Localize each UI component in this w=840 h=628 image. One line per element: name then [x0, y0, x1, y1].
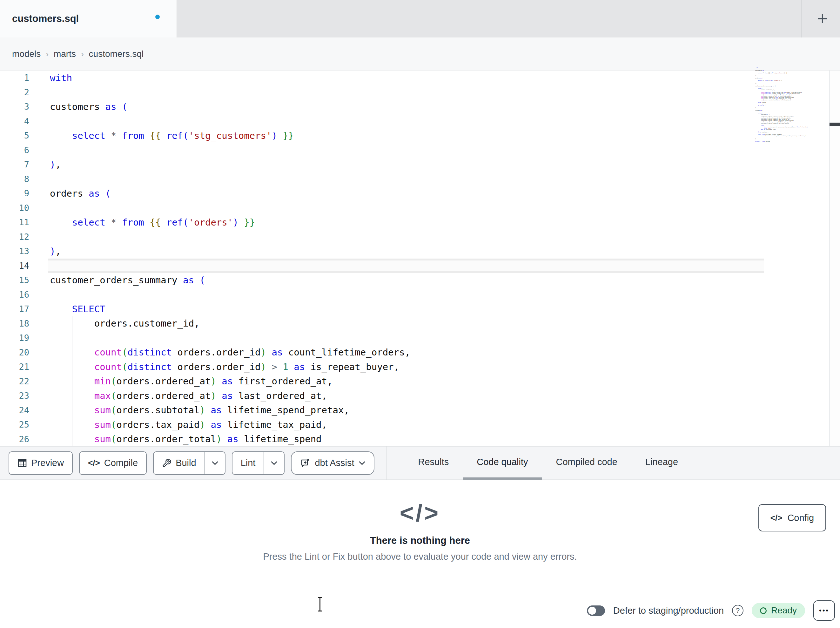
code-line-25[interactable]: 25 sum(orders.tax_paid) as lifetime_tax_…	[0, 418, 840, 432]
action-toolbar: Preview </> Compile Build	[0, 446, 840, 480]
compile-button[interactable]: </> Compile	[79, 451, 147, 475]
chevron-down-icon	[212, 461, 218, 465]
dbt-ide-window: customers.sql + models › marts › custome…	[0, 0, 840, 628]
config-button-label: Config	[787, 513, 814, 523]
lint-button[interactable]: Lint	[232, 452, 264, 474]
code-line-text: count(distinct orders.order_id) as count…	[29, 347, 410, 358]
panel-tab-code-quality[interactable]: Code quality	[463, 446, 542, 480]
code-line-22[interactable]: 22 min(orders.ordered_at) as first_order…	[0, 374, 840, 389]
code-line-text: customers as (	[29, 101, 127, 112]
code-line-11[interactable]: 11 select * from {{ ref('orders') }}	[0, 215, 840, 230]
breadcrumb-marts[interactable]: marts	[54, 49, 76, 59]
lint-button-label: Lint	[241, 458, 256, 468]
dbt-assist-button[interactable]: dbt Assist	[291, 451, 374, 475]
code-line-6[interactable]: 6	[0, 143, 840, 158]
indent-guide	[72, 331, 73, 345]
status-badge-label: Ready	[771, 606, 797, 615]
code-line-text: orders.customer_id,	[29, 318, 199, 329]
help-question-icon[interactable]: ?	[732, 605, 744, 616]
line-number: 11	[0, 217, 29, 227]
lint-split-button: Lint	[232, 451, 285, 475]
code-line-3[interactable]: 3customers as (	[0, 100, 840, 114]
config-button[interactable]: </> Config	[758, 504, 826, 532]
build-dropdown-button[interactable]	[205, 452, 225, 474]
code-line-20[interactable]: 20 count(distinct orders.order_id) as co…	[0, 345, 840, 360]
code-line-5[interactable]: 5 select * from {{ ref('stg_customers') …	[0, 128, 840, 143]
code-line-23[interactable]: 23 max(orders.ordered_at) as last_ordere…	[0, 389, 840, 403]
code-line-17[interactable]: 17 SELECT	[0, 302, 840, 316]
indent-guide	[50, 114, 50, 129]
line-number: 14	[0, 261, 29, 270]
code-line-19[interactable]: 19	[0, 331, 840, 345]
line-number: 18	[0, 319, 29, 329]
preview-button[interactable]: Preview	[9, 451, 73, 475]
line-number: 7	[0, 160, 29, 169]
file-tab-customers-sql[interactable]: customers.sql	[0, 0, 177, 38]
code-line-9[interactable]: 9orders as (	[0, 186, 840, 201]
code-line-26[interactable]: 26 sum(orders.order_total) as lifetime_s…	[0, 432, 840, 447]
dbt-assist-label: dbt Assist	[315, 458, 354, 468]
code-minimap[interactable]: with customers as ( select * from {{ ref…	[755, 67, 827, 150]
line-number: 6	[0, 145, 29, 155]
breadcrumb-row: models › marts › customers.sql Save	[0, 38, 840, 71]
panel-tab-results[interactable]: Results	[404, 446, 463, 480]
chat-sparkle-icon	[300, 458, 311, 468]
editor-tab-strip: customers.sql +	[0, 0, 840, 38]
code-quality-panel: </> There is nothing here Press the Lint…	[0, 480, 840, 595]
code-editor[interactable]: 1with23customers as (45 select * from {{…	[0, 71, 840, 446]
toolbar-divider	[387, 446, 387, 480]
indent-guide	[50, 201, 50, 215]
build-button[interactable]: Build	[154, 452, 205, 474]
scrollbar-thumb[interactable]	[829, 123, 840, 126]
code-line-16[interactable]: 16	[0, 288, 840, 302]
defer-toggle[interactable]	[587, 606, 605, 616]
more-options-button[interactable]: •••	[813, 600, 835, 621]
new-tab-button[interactable]: +	[810, 6, 835, 31]
code-line-text: select * from {{ ref('orders') }}	[29, 217, 255, 228]
status-badge[interactable]: Ready	[752, 603, 805, 618]
line-number: 25	[0, 420, 29, 429]
code-line-8[interactable]: 8	[0, 172, 840, 187]
code-line-13[interactable]: 13),	[0, 244, 840, 259]
lint-dropdown-button[interactable]	[264, 452, 284, 474]
code-line-2[interactable]: 2	[0, 85, 840, 100]
line-number: 23	[0, 391, 29, 400]
code-line-text: sum(orders.tax_paid) as lifetime_tax_pai…	[29, 419, 327, 430]
code-line-text: min(orders.ordered_at) as first_ordered_…	[29, 376, 333, 387]
toolbar-buttons: Preview </> Compile Build	[0, 451, 374, 475]
code-line-4[interactable]: 4	[0, 114, 840, 129]
code-line-15[interactable]: 15customer_orders_summary as (	[0, 273, 840, 288]
line-number: 8	[0, 174, 29, 184]
panel-tab-lineage[interactable]: Lineage	[632, 446, 692, 480]
tab-strip-divider	[801, 0, 802, 38]
code-line-1[interactable]: 1with	[0, 71, 840, 85]
breadcrumb-customers-sql[interactable]: customers.sql	[89, 49, 144, 59]
code-line-24[interactable]: 24 sum(orders.subtotal) as lifetime_spen…	[0, 403, 840, 418]
build-split-button: Build	[153, 451, 226, 475]
code-line-21[interactable]: 21 count(distinct orders.order_id) > 1 a…	[0, 359, 840, 374]
code-line-12[interactable]: 12	[0, 230, 840, 244]
breadcrumb-models[interactable]: models	[12, 49, 41, 59]
breadcrumb: models › marts › customers.sql	[12, 38, 144, 71]
code-line-text: orders as (	[29, 188, 111, 199]
line-number: 12	[0, 232, 29, 242]
code-line-18[interactable]: 18 orders.customer_id,	[0, 316, 840, 331]
code-line-10[interactable]: 10	[0, 201, 840, 215]
code-brackets-icon: </>	[0, 499, 840, 527]
code-line-text: SELECT	[29, 304, 106, 315]
chevron-down-icon	[271, 461, 278, 465]
build-button-label: Build	[175, 458, 196, 468]
panel-tabs: ResultsCode qualityCompiled codeLineage	[404, 446, 692, 480]
code-line-text: with	[29, 73, 72, 83]
preview-button-label: Preview	[31, 458, 64, 468]
code-line-14[interactable]: 14	[0, 259, 840, 273]
line-number: 21	[0, 362, 29, 372]
wrench-icon	[162, 459, 172, 468]
code-line-7[interactable]: 7),	[0, 157, 840, 172]
line-number: 22	[0, 376, 29, 386]
code-line-text: ),	[29, 246, 61, 257]
indent-guide	[50, 143, 50, 158]
code-line-text: sum(orders.subtotal) as lifetime_spend_p…	[29, 405, 349, 416]
panel-tab-compiled-code[interactable]: Compiled code	[542, 446, 631, 480]
editor-scrollbar[interactable]	[829, 71, 840, 446]
